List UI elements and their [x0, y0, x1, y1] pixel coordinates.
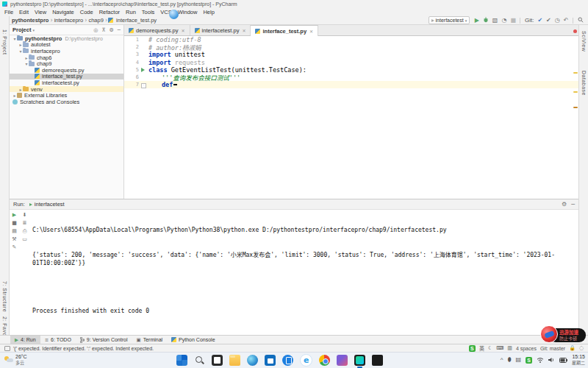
battery-icon[interactable]	[559, 358, 567, 363]
toolwindow-todo[interactable]: ≡ 6: TODO	[40, 336, 76, 344]
collapse-all-icon[interactable]: ⊼	[101, 27, 105, 33]
gear-icon[interactable]: ⚙	[110, 27, 114, 33]
media-app-icon[interactable]	[337, 355, 348, 366]
menu-refactor[interactable]: Refactor	[96, 9, 123, 15]
console-output[interactable]: C:\Users\68554\AppData\Local\Programs\Py…	[32, 210, 576, 333]
tool-button-sciview[interactable]: SciView	[581, 31, 587, 52]
git-branch-widget[interactable]: Git: master	[540, 346, 565, 351]
breadcrumb-chap9[interactable]: chap9	[88, 17, 103, 24]
close-icon[interactable]: ✕	[309, 29, 313, 34]
run-tab[interactable]: interfacetest	[29, 201, 65, 208]
edge-browser-icon[interactable]	[247, 355, 258, 366]
error-marker[interactable]	[573, 29, 577, 33]
breadcrumb-file[interactable]: interface_test.py	[116, 17, 157, 24]
project-panel-title[interactable]: Project	[12, 26, 31, 33]
search-everywhere-button[interactable]	[578, 17, 584, 24]
tool-button-structure[interactable]: 7: Structure	[2, 281, 7, 312]
menu-file[interactable]: File	[1, 9, 16, 15]
volume-icon[interactable]	[548, 357, 555, 363]
menu-tools[interactable]: Tools	[139, 9, 158, 15]
build-icon[interactable]: ⚒	[12, 237, 16, 242]
rerun-icon[interactable]: ▶	[12, 213, 16, 218]
menu-help[interactable]: Help	[200, 9, 217, 15]
file-explorer-icon[interactable]	[229, 355, 240, 366]
menu-navigate[interactable]: Navigate	[49, 9, 77, 15]
minimize-icon[interactable]: ─	[571, 201, 575, 208]
run-button[interactable]: ▶	[475, 17, 479, 24]
tree-item-root[interactable]: ▾ pythontestpro D:\pythontestpro	[10, 35, 123, 42]
debug-button[interactable]	[483, 17, 489, 24]
lock-icon[interactable]: 🔒	[569, 345, 576, 351]
stop-icon[interactable]: ■	[12, 221, 17, 226]
chrome-icon[interactable]	[319, 355, 330, 366]
tool-button-project[interactable]: 1: Project	[2, 29, 7, 55]
toolwindow-version-control[interactable]: 9: Version Control	[76, 336, 132, 344]
profiler-button[interactable]: ◔	[501, 17, 506, 24]
run-test-gutter-icon[interactable]	[141, 68, 145, 72]
breadcrumb-project[interactable]: pythontestpro	[12, 17, 49, 24]
search-icon[interactable]	[194, 355, 205, 366]
tool-button-database[interactable]: Database	[581, 71, 587, 96]
close-icon[interactable]: ✕	[242, 28, 245, 33]
taskbar-clock[interactable]: 15:15 星期二	[572, 354, 585, 366]
ime-language-indicator[interactable]: 英	[479, 344, 484, 352]
menu-view[interactable]: View	[32, 9, 49, 15]
tree-item-interface-test-selected[interactable]: interface_test.py	[10, 74, 123, 80]
soft-wrap-icon[interactable]: ≣	[23, 221, 27, 226]
task-view-icon[interactable]	[212, 355, 223, 366]
pin-icon[interactable]: ✎	[12, 245, 17, 250]
toolwindow-terminal[interactable]: ▣ Terminal	[132, 336, 168, 344]
warning-marker[interactable]	[573, 91, 578, 93]
tab-interface-test-active[interactable]: interface_test.py ✕	[251, 25, 318, 37]
fold-icon[interactable]: -	[141, 83, 146, 88]
tab-interfacetest[interactable]: interfacetest.py ✕	[190, 25, 251, 35]
floating-input-ball-icon[interactable]	[169, 10, 179, 19]
ie-browser-icon[interactable]	[300, 354, 312, 367]
tray-expand-icon[interactable]: ^	[501, 356, 503, 364]
weather-widget[interactable]: 26°C 多云	[4, 354, 27, 366]
tree-item-venv[interactable]: ▸ venv	[10, 86, 123, 93]
microsoft-store-icon[interactable]	[265, 355, 276, 366]
menu-run[interactable]: Run	[123, 9, 139, 15]
inspection-icon[interactable]	[4, 346, 10, 351]
gear-icon[interactable]: ⚙	[562, 201, 567, 208]
git-commit-button[interactable]: ✔	[546, 17, 551, 24]
tree-item-demorequests[interactable]: demorequests.py	[10, 67, 123, 74]
sogou-tray-icon[interactable]: S	[526, 357, 532, 364]
tree-item-chap9[interactable]: ▾ chap9	[10, 60, 123, 67]
warning-marker[interactable]	[573, 72, 578, 74]
toolwindow-python-console[interactable]: Python Console	[167, 336, 219, 344]
tray-app-icon[interactable]: ▤	[515, 356, 521, 364]
coverage-button[interactable]: ▧	[492, 17, 498, 24]
sogou-input-icon[interactable]: S	[469, 345, 476, 352]
scroll-to-end-icon[interactable]: ⬇	[23, 213, 27, 218]
git-history-button[interactable]: ◷	[555, 17, 560, 24]
indicator-icon[interactable]: ◌	[579, 345, 584, 351]
locate-file-icon[interactable]: ◎	[93, 27, 98, 33]
tree-item-autotest[interactable]: ▸ autotest	[10, 42, 123, 49]
microphone-icon[interactable]: ⬮	[507, 356, 511, 364]
warning-marker[interactable]	[573, 107, 578, 108]
keyboard-icon[interactable]: ⌨	[496, 345, 503, 351]
tree-item-chap6[interactable]: ▸ chap6	[10, 54, 123, 61]
hide-panel-icon[interactable]: ─	[118, 27, 121, 33]
git-update-button[interactable]: ✔	[537, 17, 542, 24]
clock-app-icon[interactable]	[282, 355, 293, 366]
indent-widget[interactable]: 4 spaces	[516, 346, 537, 351]
wifi-icon[interactable]	[537, 357, 544, 363]
print-icon[interactable]: ⎙	[23, 229, 27, 234]
tab-demorequests[interactable]: demorequests.py ✕	[124, 25, 190, 35]
tree-item-scratches[interactable]: Scratches and Consoles	[10, 99, 123, 105]
terminal-app-icon[interactable]	[372, 355, 383, 366]
code-editor[interactable]: 1 # coding:utf-8 2 # author:杨淑娟 3 import…	[124, 36, 578, 199]
git-rollback-button[interactable]: ↶	[564, 17, 569, 24]
tree-item-external-libraries[interactable]: ▸ External Libraries	[10, 92, 123, 99]
accelerator-logo-icon[interactable]	[540, 325, 558, 343]
moon-icon[interactable]: ☾	[488, 345, 492, 351]
tree-item-interfacetest[interactable]: interfacetest.py	[10, 79, 123, 86]
toolbox-icon[interactable]: ▥	[507, 345, 512, 351]
start-button[interactable]	[176, 355, 187, 366]
run-configuration-select[interactable]: interfacetest ▾	[429, 16, 470, 24]
clear-console-icon[interactable]: ▭	[22, 237, 27, 242]
menu-code[interactable]: Code	[77, 9, 96, 15]
